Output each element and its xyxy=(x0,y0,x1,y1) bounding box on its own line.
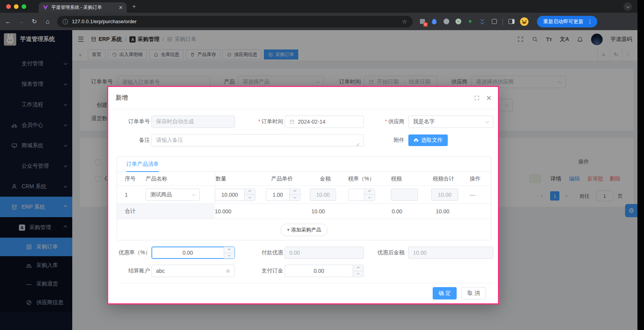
bookmark-star-icon[interactable]: ☆ xyxy=(402,18,407,25)
total-tax: 0.00 xyxy=(391,208,431,214)
update-button-label: 重新启动即可更新 xyxy=(543,18,583,25)
select-file-button[interactable]: 选取文件 xyxy=(408,134,448,146)
required-mark: * xyxy=(385,118,387,124)
discount-rate-label: 优惠率（%） xyxy=(119,249,150,256)
increment-icon[interactable] xyxy=(224,247,234,253)
resize-handle[interactable] xyxy=(356,143,359,146)
new-tab-button[interactable]: + xyxy=(132,3,136,10)
close-window-button[interactable] xyxy=(6,4,11,9)
extension-balloon-icon[interactable] xyxy=(431,18,438,25)
total-qty: 10.000 xyxy=(215,208,266,214)
dialog-close-icon[interactable]: ✕ xyxy=(486,95,492,102)
row-op-dash: — xyxy=(470,192,491,198)
total-label-cell: 合计 xyxy=(117,204,215,219)
browser-menu-icon[interactable]: ⋮ xyxy=(587,19,593,25)
decrement-icon[interactable] xyxy=(245,195,255,201)
remark-textarea[interactable]: 请输入备注 xyxy=(151,134,364,146)
product-select[interactable]: 测试商品 xyxy=(146,189,200,201)
extension-green-dot-icon[interactable] xyxy=(455,18,462,25)
increment-icon[interactable] xyxy=(364,189,375,195)
extension-star-icon[interactable]: ✶ xyxy=(467,18,474,25)
row-no: 1 xyxy=(125,192,146,198)
tab-close-icon[interactable]: ✕ xyxy=(119,5,123,10)
price-stepper[interactable]: 1.00 xyxy=(266,189,301,201)
row-price-cell: 1.00 xyxy=(266,189,310,201)
col-tax: 税额 xyxy=(391,175,431,182)
home-icon[interactable]: ⌂ xyxy=(44,18,51,25)
select-value: 我是名字 xyxy=(413,118,484,125)
col-tax-rate: 税率（%） xyxy=(348,175,391,182)
browser-tabstrip: 芋道管理系统 - 采购订单 ✕ + xyxy=(0,0,637,13)
settle-account-select[interactable]: abc ⊗ xyxy=(151,265,235,277)
address-bar[interactable]: i 127.0.0.1/erp/purchase/order ☆ xyxy=(57,16,413,27)
tab-search-button[interactable] xyxy=(624,2,632,11)
col-price: 产品单价 xyxy=(266,175,310,182)
extension-gray-icon[interactable] xyxy=(443,18,450,25)
col-qty: 数量 xyxy=(215,175,266,182)
confirm-button[interactable]: 确 定 xyxy=(433,287,457,299)
product-row: 1 测试商品 10.000 1.00 xyxy=(117,186,491,204)
reload-icon[interactable]: ↻ xyxy=(31,18,38,25)
dialog-title: 新增 xyxy=(116,94,128,102)
amount-input: 10.00 xyxy=(310,189,336,201)
clear-icon[interactable]: ⊗ xyxy=(226,268,230,274)
add-order-dialog: 新增 ✕ 订单单号 保存时自动生成 *订单时间 2024-02-14 *供应商 … xyxy=(107,86,499,304)
supplier-select[interactable]: 我是名字 xyxy=(408,116,493,128)
col-amount: 金额 xyxy=(310,175,348,182)
increment-icon[interactable] xyxy=(245,189,255,195)
product-table-header: 序号 产品名称 数量 产品单价 金额 税率（%） 税额 税额合计 操作 xyxy=(117,172,491,186)
discount-rate-stepper[interactable]: 0.00 xyxy=(151,247,235,259)
browser-tab[interactable]: 芋道管理系统 - 采购订单 ✕ xyxy=(39,2,127,13)
remark-label: 备注 xyxy=(119,137,150,144)
site-info-icon[interactable]: i xyxy=(63,19,68,24)
row-product-cell: 测试商品 xyxy=(146,186,215,203)
side-panel-icon[interactable] xyxy=(508,18,515,25)
maximize-window-button[interactable] xyxy=(22,4,26,9)
attachment-label: 附件 xyxy=(364,137,404,144)
tab-title: 芋道管理系统 - 采购订单 xyxy=(51,4,116,11)
forward-icon[interactable]: → xyxy=(18,18,25,25)
extension-chevrons-icon[interactable] xyxy=(479,18,486,25)
extensions-puzzle-icon[interactable] xyxy=(491,18,498,25)
deposit-stepper[interactable]: 0.00 xyxy=(285,265,364,277)
decrement-icon[interactable] xyxy=(364,195,375,201)
traffic-lights xyxy=(0,4,32,9)
dialog-fullscreen-icon[interactable] xyxy=(474,95,480,101)
decrement-icon[interactable] xyxy=(290,195,300,201)
increment-icon[interactable] xyxy=(290,189,300,195)
col-tax-total: 税额合计 xyxy=(431,175,470,182)
minimize-window-button[interactable] xyxy=(14,4,19,9)
tax-rate-stepper[interactable] xyxy=(348,189,375,201)
pay-discount-label: 付款优惠 xyxy=(235,249,283,256)
settle-account-label: 结算账户 xyxy=(119,267,150,274)
desktop-edge xyxy=(637,0,644,330)
tax-input xyxy=(391,189,418,201)
dialog-footer: 确 定 取 消 xyxy=(119,283,493,299)
stepper-value: 1.00 xyxy=(266,189,289,201)
add-product-button[interactable]: + 添加采购产品 xyxy=(280,224,327,236)
required-mark: * xyxy=(258,118,260,124)
order-no-label: 订单单号 xyxy=(119,118,150,125)
dialog-row-1: 订单单号 保存时自动生成 *订单时间 2024-02-14 *供应商 我是名字 xyxy=(119,116,493,128)
qty-stepper[interactable]: 10.000 xyxy=(215,189,255,201)
decrement-icon[interactable] xyxy=(224,253,234,259)
site-favicon xyxy=(42,5,48,10)
product-list-tab[interactable]: 订单产品清单 xyxy=(126,161,159,172)
extension-icon[interactable]: 6 xyxy=(419,18,426,25)
total-row: 合计 10.000 10.00 0.00 10.00 xyxy=(117,204,491,219)
order-time-input[interactable]: 2024-02-14 xyxy=(285,116,364,128)
select-value: 测试商品 xyxy=(150,191,190,198)
profile-avatar[interactable] xyxy=(520,17,528,26)
total-tax-total: 10.00 xyxy=(431,208,470,214)
chrome-update-button[interactable]: 重新启动即可更新 ⋮ xyxy=(537,16,597,27)
chevron-down-icon xyxy=(486,119,489,123)
row-tax-rate-cell xyxy=(348,189,391,201)
cancel-button[interactable]: 取 消 xyxy=(461,287,486,299)
decrement-icon[interactable] xyxy=(353,271,364,277)
increment-icon[interactable] xyxy=(353,265,364,271)
row-tax-cell xyxy=(391,189,431,201)
extensions-area: 6 ✶ xyxy=(419,17,528,26)
row-amount-cell: 10.00 xyxy=(310,189,348,201)
chevron-down-icon xyxy=(192,192,196,196)
back-icon[interactable]: ← xyxy=(5,18,12,25)
